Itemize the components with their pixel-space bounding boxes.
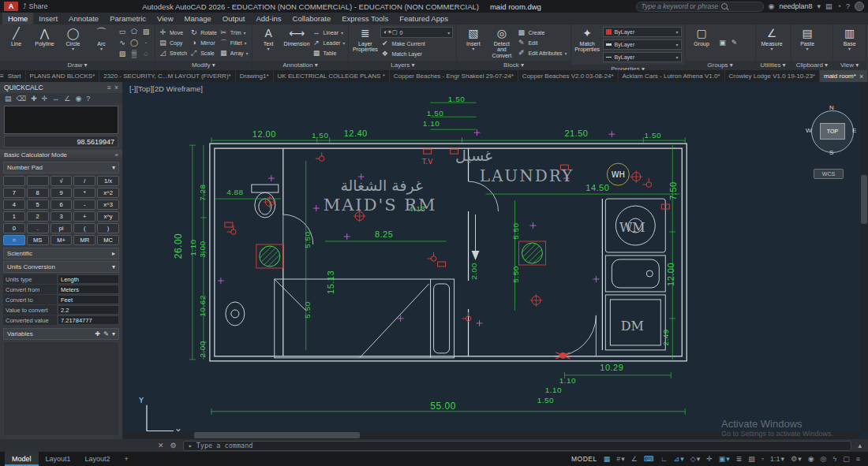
ribbon-panel-title-block[interactable]: Block ▾ — [457, 61, 570, 70]
ribbon-linear-button[interactable]: ↔Linear▾ — [312, 28, 346, 37]
horizontal-scrollbar-thumb[interactable] — [194, 432, 360, 438]
ribbon-gradient-button[interactable]: ▧ — [117, 49, 128, 59]
layout-tab-model[interactable]: Model — [5, 452, 39, 466]
doc-tab-drawing1[interactable]: Drawing1* — [236, 70, 274, 82]
ribbon-rotate-button[interactable]: ↻Rotate — [189, 28, 217, 37]
account-name[interactable]: needplan8 — [779, 2, 812, 10]
ribbon-tab-annotate[interactable]: Annotate — [63, 13, 104, 24]
ribbon-mirror-button[interactable]: ◑Mirror — [189, 38, 217, 47]
ribbon-group-edit-button[interactable]: ✎ — [729, 38, 740, 48]
ribbon-dimension-button[interactable]: ⟷Dimension — [284, 26, 310, 59]
palette-properties-icon[interactable]: ≡ — [107, 84, 111, 91]
units-value-converted-value[interactable]: 7.21784777 — [58, 315, 119, 325]
status-isolate-objects-toggle[interactable]: ◎ — [821, 455, 827, 463]
ribbon-text-button[interactable]: AText▾ — [256, 26, 282, 59]
palette-close-icon[interactable]: × — [114, 84, 118, 91]
ribbon-tab-add-ins[interactable]: Add-ins — [250, 13, 286, 24]
status-dynamic-input-toggle[interactable]: ⌨ — [644, 455, 654, 463]
ribbon-make-current-button[interactable]: ✔Make Current — [380, 39, 453, 48]
command-input[interactable]: ▸ Type a command — [183, 441, 852, 451]
doc-tab-plans-and-blocks[interactable]: PLANS AND BLOCKS* — [26, 70, 100, 82]
ribbon-edit-button[interactable]: ✎Edit — [517, 38, 567, 47]
customize-command-icon[interactable]: ⚙ — [170, 442, 177, 449]
status-workspace-switching-toggle[interactable]: ⚙▾ — [791, 455, 802, 463]
calc-key-item[interactable]: ( — [73, 223, 95, 233]
linetype-select[interactable]: ByLayer▾ — [603, 52, 682, 62]
doc-tab-start[interactable]: Start — [4, 70, 26, 82]
variables-header[interactable]: Variables ✚ ✎ ▾ — [3, 328, 119, 340]
ribbon-hatch-button[interactable]: ▨ — [140, 27, 152, 37]
status-customize-toggle[interactable]: ≡ — [856, 455, 860, 463]
ribbon-measure-button[interactable]: ∠Measure▾ — [759, 26, 785, 59]
ribbon-stretch-button[interactable]: ◿Stretch — [159, 48, 187, 58]
calc-key-item[interactable]: + — [73, 211, 95, 222]
ribbon-array-button[interactable]: ▦Array▾ — [219, 48, 249, 58]
doc-tab-2320-security-c-m-layout-fiverr[interactable]: 2320 - SECURITY, C...M LAYOUT (FIVERR)* — [99, 70, 235, 82]
ribbon-revision-cloud-button[interactable]: ◌ — [140, 49, 152, 59]
calc-key-item[interactable]: - — [73, 199, 95, 210]
ribbon-tab-collaborate[interactable]: Collaborate — [287, 13, 337, 24]
new-variable-icon[interactable]: ✚ — [95, 330, 101, 337]
ribbon-copy-button[interactable]: ▤Copy — [159, 38, 187, 47]
status-polar-tracking-toggle[interactable]: ⊿▾ — [674, 455, 684, 463]
ribbon-detect-and-convert-button[interactable]: ◎Detect and Convert — [488, 26, 514, 59]
vertical-scrollbar-thumb[interactable] — [861, 175, 867, 224]
avatar[interactable] — [855, 2, 864, 11]
quickcalc-header[interactable]: QUICKCALC ≡ × — [0, 82, 122, 93]
command-history-icon[interactable]: ▴ — [858, 442, 862, 449]
status-ortho-mode-toggle[interactable]: ∟ — [660, 455, 668, 463]
clear-history-icon[interactable]: ⌫ — [17, 95, 27, 103]
ribbon-leader-button[interactable]: ↗Leader▾ — [312, 38, 346, 47]
calc-key-5[interactable]: 5 — [27, 199, 49, 210]
number-pad-header[interactable]: Number Pad ▾ — [3, 162, 119, 173]
status-object-snap-tracking-toggle[interactable]: ✛ — [706, 455, 713, 463]
ribbon-layer-properties-button[interactable]: ≣Layer Properties — [352, 26, 378, 59]
status-snap-mode-toggle[interactable]: #▾ — [616, 455, 625, 463]
units-value-value-to-convert[interactable]: 2.2 — [58, 305, 119, 315]
calc-key-1-x[interactable]: 1/x — [97, 176, 119, 186]
share-button[interactable]: ⤴Share — [23, 2, 48, 10]
calc-key-x-2[interactable]: x^2 — [97, 188, 119, 198]
ribbon-tab-manage[interactable]: Manage — [179, 13, 217, 24]
calc-key-mc[interactable]: MC — [97, 235, 119, 245]
quickcalc-input-value[interactable]: 98.5619947 — [4, 136, 118, 147]
compass-north[interactable]: N — [829, 104, 834, 111]
calc-key-item[interactable]: = — [3, 235, 25, 245]
ribbon-tab-insert[interactable]: Insert — [33, 13, 63, 24]
status-object-snap-toggle[interactable]: ▣▾ — [719, 455, 730, 463]
status-clean-screen-toggle[interactable]: ▢ — [843, 455, 850, 463]
compass-east[interactable]: E — [852, 127, 856, 134]
vertical-scrollbar[interactable] — [860, 82, 868, 431]
status-annotation-scale-toggle[interactable]: 1:1▾ — [770, 455, 784, 463]
ribbon-base-button[interactable]: ▥Base▾ — [836, 26, 862, 59]
status-isometric-drafting-toggle[interactable]: ◇▾ — [690, 455, 700, 463]
ribbon-insert-button[interactable]: ▧Insert▾ — [460, 26, 486, 59]
status-infer-constraints-toggle[interactable]: ∠ — [631, 455, 638, 463]
calc-key-blank[interactable] — [27, 176, 49, 186]
help-icon[interactable]: ? — [86, 95, 90, 103]
status-lineweight-toggle[interactable]: ≣ — [736, 455, 743, 463]
doc-tab-crowley-lodge-v1-0-19-10-23[interactable]: Crowley Lodge V1.0 19-10-23* — [725, 70, 820, 82]
account-chevron-icon[interactable]: ▾ — [817, 2, 821, 10]
ribbon-scale-button[interactable]: ⤢Scale — [189, 48, 217, 58]
intersection-icon[interactable]: ◉ — [75, 95, 81, 103]
calc-key-x-y[interactable]: x^y — [97, 211, 119, 222]
angle-icon[interactable]: ∠ — [64, 95, 70, 103]
layout-tab-layout2[interactable]: Layout2 — [78, 452, 118, 466]
ribbon-match-properties-button[interactable]: ✦Match Properties — [574, 26, 600, 63]
lineweight-select[interactable]: ByLayer▾ — [603, 39, 682, 50]
ribbon-move-button[interactable]: ✛Move — [159, 28, 187, 37]
get-coordinates-icon[interactable]: ✛ — [42, 95, 48, 103]
variables-list[interactable] — [3, 341, 119, 436]
viewcube-top-face[interactable]: TOP — [820, 123, 845, 140]
calc-key-mr[interactable]: MR — [73, 235, 95, 245]
ribbon-arc-button[interactable]: ⌒Arc▾ — [88, 26, 114, 59]
ribbon-line-button[interactable]: ╱Line — [3, 26, 29, 59]
ribbon-paste-button[interactable]: ▤Paste▾ — [795, 26, 821, 59]
calc-key-item[interactable]: . — [27, 223, 49, 233]
ribbon-panel-title-modify[interactable]: Modify ▾ — [155, 61, 252, 70]
units-conversion-header[interactable]: Units Conversion ▾ — [3, 261, 119, 273]
ribbon-edit-attributes-button[interactable]: ✐Edit Attributes▾ — [517, 48, 567, 58]
layout-tab-layout1[interactable]: Layout1 — [39, 452, 78, 466]
distance-icon[interactable]: ↔ — [52, 95, 59, 103]
